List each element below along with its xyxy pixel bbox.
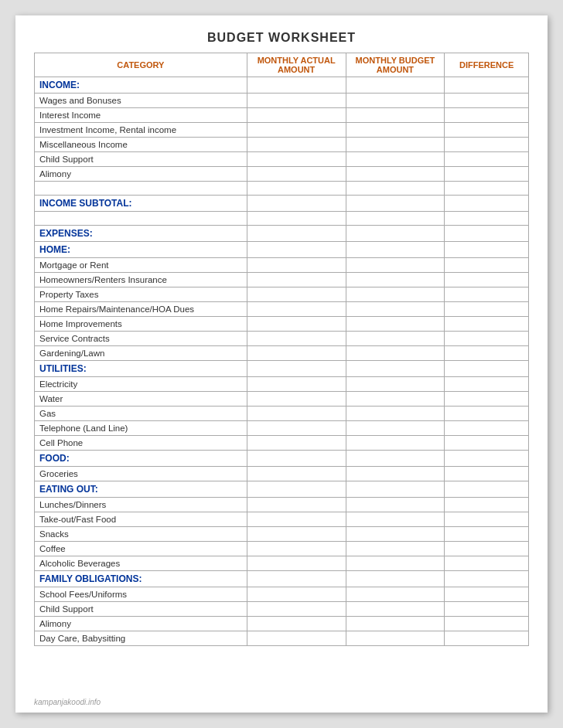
row-budget: [346, 273, 445, 287]
row-label: Interest Income: [35, 108, 247, 123]
row-actual: [247, 602, 346, 617]
row-difference: [445, 138, 529, 152]
row-label: Telephone (Land Line): [35, 421, 247, 436]
row-difference: [445, 602, 529, 617]
row-actual: [247, 94, 346, 108]
row-difference: [445, 212, 529, 226]
row-label: Wages and Bonuses: [35, 94, 247, 108]
row-label: UTILITIES:: [35, 361, 247, 377]
row-label: Home Improvements: [35, 317, 247, 332]
row-budget: [346, 451, 445, 467]
row-label: Child Support: [35, 152, 247, 167]
row-difference: [445, 631, 529, 646]
row-actual: [247, 138, 346, 152]
row-difference: [445, 556, 529, 571]
row-actual: [247, 436, 346, 451]
budget-table: CATEGORY MONTHLY ACTUAL AMOUNT MONTHLY B…: [34, 53, 529, 646]
row-difference: [445, 287, 529, 302]
row-difference: [445, 498, 529, 512]
row-actual: [247, 167, 346, 182]
data-row: Cell Phone: [35, 436, 529, 451]
row-actual: [247, 392, 346, 407]
row-difference: [445, 542, 529, 556]
data-row: Coffee: [35, 542, 529, 556]
row-label: Day Care, Babysitting: [35, 631, 247, 646]
row-actual: [247, 527, 346, 542]
header-budget: MONTHLY BUDGET AMOUNT: [346, 53, 445, 77]
row-budget: [346, 542, 445, 556]
row-actual: [247, 317, 346, 332]
row-budget: [346, 436, 445, 451]
row-difference: [445, 77, 529, 94]
row-budget: [346, 631, 445, 646]
row-difference: [445, 346, 529, 361]
row-label: Cell Phone: [35, 436, 247, 451]
row-label: Home Repairs/Maintenance/HOA Dues: [35, 302, 247, 317]
row-difference: [445, 94, 529, 108]
row-label: [35, 212, 247, 226]
row-budget: [346, 467, 445, 481]
section-header-row: FAMILY OBLIGATIONS:: [35, 571, 529, 587]
row-label: Gardening/Lawn: [35, 346, 247, 361]
data-row: Property Taxes: [35, 287, 529, 302]
data-row: Alimony: [35, 167, 529, 182]
row-difference: [445, 123, 529, 138]
empty-row: [35, 212, 529, 226]
row-label: Groceries: [35, 467, 247, 481]
row-difference: [445, 317, 529, 332]
row-actual: [247, 212, 346, 226]
row-budget: [346, 527, 445, 542]
row-actual: [247, 512, 346, 527]
row-label: School Fees/Uniforms: [35, 587, 247, 602]
row-budget: [346, 94, 445, 108]
row-label: Alimony: [35, 167, 247, 182]
row-budget: [346, 226, 445, 242]
data-row: Child Support: [35, 152, 529, 167]
row-label: Gas: [35, 407, 247, 421]
row-label: Water: [35, 392, 247, 407]
row-budget: [346, 242, 445, 258]
data-row: Electricity: [35, 377, 529, 392]
row-actual: [247, 196, 346, 212]
row-actual: [247, 421, 346, 436]
row-actual: [247, 617, 346, 631]
data-row: Miscellaneous Income: [35, 138, 529, 152]
data-row: Service Contracts: [35, 332, 529, 346]
row-budget: [346, 481, 445, 498]
row-difference: [445, 571, 529, 587]
row-actual: [247, 451, 346, 467]
data-row: Wages and Bonuses: [35, 94, 529, 108]
row-difference: [445, 377, 529, 392]
empty-row: [35, 182, 529, 196]
row-difference: [445, 273, 529, 287]
row-actual: [247, 556, 346, 571]
row-budget: [346, 152, 445, 167]
row-difference: [445, 436, 529, 451]
row-budget: [346, 138, 445, 152]
row-budget: [346, 421, 445, 436]
row-difference: [445, 587, 529, 602]
row-label: FOOD:: [35, 451, 247, 467]
row-budget: [346, 258, 445, 273]
row-difference: [445, 226, 529, 242]
row-label: Electricity: [35, 377, 247, 392]
section-header-row: EXPENSES:: [35, 226, 529, 242]
row-budget: [346, 498, 445, 512]
row-actual: [247, 542, 346, 556]
row-budget: [346, 302, 445, 317]
row-difference: [445, 258, 529, 273]
header-actual: MONTHLY ACTUAL AMOUNT: [247, 53, 346, 77]
row-label: Property Taxes: [35, 287, 247, 302]
row-label: Coffee: [35, 542, 247, 556]
row-actual: [247, 332, 346, 346]
row-label: Homeowners/Renters Insurance: [35, 273, 247, 287]
section-header-row: INCOME:: [35, 77, 529, 94]
data-row: School Fees/Uniforms: [35, 587, 529, 602]
page-title: BUDGET WORKSHEET: [34, 31, 529, 45]
row-difference: [445, 527, 529, 542]
data-row: Alimony: [35, 617, 529, 631]
data-row: Gardening/Lawn: [35, 346, 529, 361]
row-label: EATING OUT:: [35, 481, 247, 498]
row-label: [35, 182, 247, 196]
row-budget: [346, 377, 445, 392]
